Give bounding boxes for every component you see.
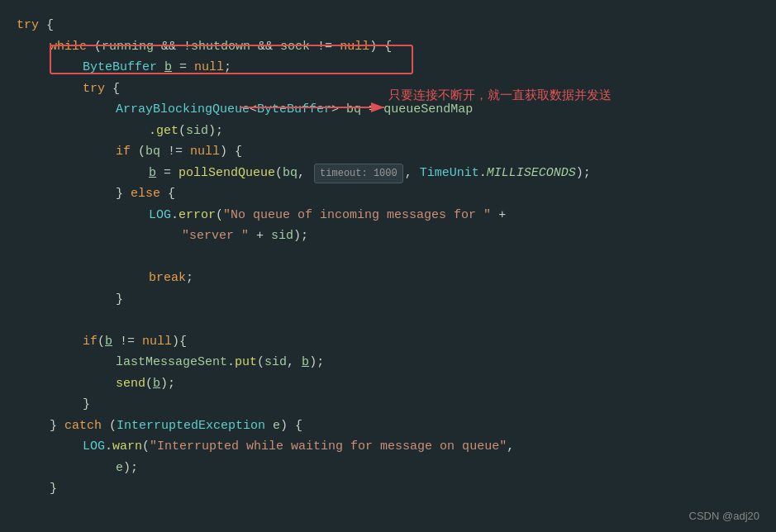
code-line: break;	[17, 268, 759, 289]
code-line: b = pollSendQueue(bq, timeout: 1000, Tim…	[17, 163, 759, 184]
code-line: if (bq != null) {	[17, 141, 759, 163]
code-line: LOG.warn("Interrupted while waiting for …	[17, 436, 759, 458]
watermark: CSDN @adj20	[689, 510, 759, 522]
code-line: .get(sid);	[17, 121, 759, 142]
code-line: } else {	[17, 183, 759, 205]
code-line: if(b != null){	[17, 331, 759, 353]
code-line: try {	[17, 15, 759, 36]
code-line: lastMessageSent.put(sid, b);	[17, 352, 759, 373]
code-line: ArrayBlockingQueue<ByteBuffer> bq = queu…	[17, 99, 759, 121]
code-line	[17, 247, 759, 268]
code-line: }	[17, 478, 759, 500]
code-block: 只要连接不断开，就一直获取数据并发送 try { while (running …	[0, 0, 776, 515]
code-line: send(b);	[17, 373, 759, 395]
code-line: }	[17, 394, 759, 416]
code-line: LOG.error("No queue of incoming messages…	[17, 205, 759, 226]
code-line	[17, 310, 759, 331]
code-line: e);	[17, 458, 759, 479]
code-line: while (running && !shutdown && sock != n…	[17, 36, 759, 58]
code-line: } catch (InterruptedException e) {	[17, 416, 759, 437]
code-line: ByteBuffer b = null;	[17, 57, 759, 78]
code-line: }	[17, 289, 759, 311]
code-line: try {	[17, 78, 759, 100]
code-line: "server " + sid);	[17, 226, 759, 247]
